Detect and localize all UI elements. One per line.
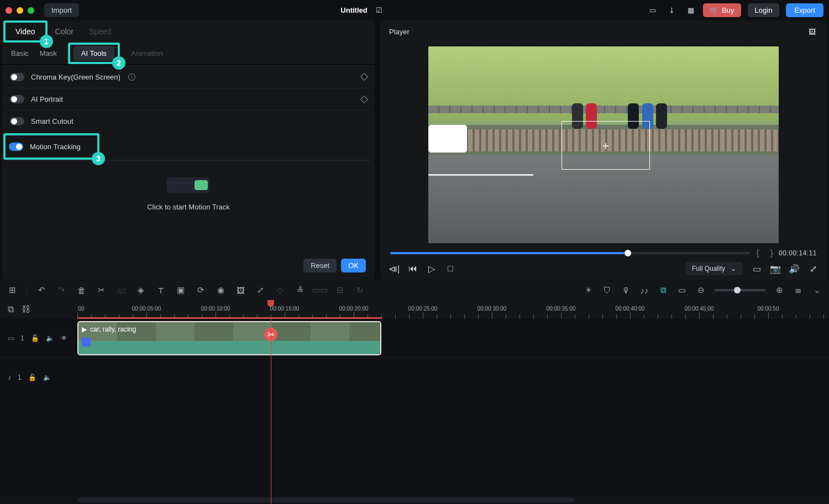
subtab-basic[interactable]: Basic [11,49,29,57]
audio-track: ♪ 1 🔓 🔈 [0,358,829,396]
time-ruler[interactable]: 00:0000:00:05:0000:00:10:0000:00:15:0000… [77,300,829,319]
reset-button[interactable]: Reset [303,259,337,272]
audio-lane[interactable] [77,358,829,396]
tracking-selection-box[interactable]: ＋ [562,121,650,170]
loop-icon[interactable]: ↻ [354,285,365,295]
subtab-ai-tools[interactable]: AI Tools [74,46,114,61]
track-options-icon[interactable]: ⌄ [811,285,822,295]
delete-icon[interactable]: 🗑 [76,286,87,295]
player-title: Player [389,28,410,36]
maximize-window-icon[interactable] [28,7,34,14]
keyframe-icon[interactable] [360,73,368,81]
marker-icon[interactable]: ⛉ [601,286,612,295]
mic-icon[interactable]: 🎙 [620,286,631,295]
gallery-icon[interactable]: 🖼 [806,25,818,38]
step-back-icon[interactable]: ⏮ [408,264,418,274]
buy-button[interactable]: 🛒 Buy [703,3,741,17]
snapshot-icon[interactable]: 📷 [770,264,780,274]
horizontal-scrollbar[interactable] [0,496,829,504]
topbar: Import Untitled ☑︎ ▭ ⤓ ▦ 🛒 Buy Login Exp… [0,0,829,20]
group-icon[interactable]: ▭▭ [314,285,326,295]
prev-frame-icon[interactable]: ⧏| [389,264,399,274]
fullscreen-icon[interactable]: ⤢ [808,264,818,274]
import-button[interactable]: Import [44,3,79,17]
cut-badge-icon[interactable]: ✂ [264,328,277,341]
video-track-index: 1 [20,334,24,342]
subtab-animation[interactable]: Animation [131,49,163,57]
toggle-smart-cutout[interactable] [10,117,24,125]
ok-button[interactable]: OK [341,259,366,272]
display-icon[interactable]: ▭ [647,4,659,17]
export-button[interactable]: Export [786,3,823,17]
image-icon[interactable]: 🖼 [235,286,246,295]
zoom-out-icon[interactable]: ⊖ [695,285,706,295]
track-view-icon[interactable]: ≣ [793,285,804,295]
tag-icon[interactable]: ◈ [135,285,146,295]
tab-color[interactable]: Color [48,24,81,39]
tab-speed[interactable]: Speed [81,24,119,39]
auto-beat-icon[interactable]: ☀ [583,285,594,295]
play-icon[interactable]: ▷ [427,264,437,274]
keyframe-tool-icon[interactable]: ◇ [275,285,286,295]
apps-grid-icon[interactable]: ▦ [684,4,696,17]
info-icon[interactable]: i [128,74,135,81]
player-progress[interactable] [390,252,751,254]
detach-display-icon[interactable]: ▭ [752,264,762,274]
zoom-handle[interactable] [734,287,741,293]
redo-icon[interactable]: ↷ [56,285,67,295]
player-panel: Player 🖼 ＋ { [380,20,827,280]
split-icon[interactable]: ✂ [96,285,107,295]
ruler-row: ⧉ ⛓ 00:0000:00:05:0000:00:10:0000:00:15:… [0,300,829,319]
toggle-motion-tracking[interactable] [9,143,23,151]
visibility-icon[interactable]: 👁 [61,334,67,342]
mixer-icon[interactable]: ♪♪ [639,286,650,295]
expand-icon[interactable]: ⤢ [255,285,266,295]
copy-icon[interactable]: ⧉ [8,305,14,314]
row-chroma-key: Chroma Key(Green Screen) i [7,66,370,88]
tab-video[interactable]: Video [8,24,43,39]
timeline: ▭ 1 🔓 🔈 👁 ▶ car, rally, racing [0,319,829,504]
cloud-download-icon[interactable]: ⤓ [665,4,678,17]
progress-handle[interactable] [625,250,631,256]
text-icon[interactable]: T [155,286,166,295]
crop-icon[interactable]: ▣ [175,285,186,295]
video-lane[interactable]: ▶ car, rally, racing ✂ [77,319,829,358]
project-title-area: Untitled ☑︎ [340,4,385,17]
subtab-mask[interactable]: Mask [40,49,57,57]
mute-icon[interactable]: 🔈 [46,334,54,342]
minimize-window-icon[interactable] [17,7,23,14]
layout-icon[interactable]: ⊞ [7,285,18,295]
video-preview[interactable]: ＋ [428,46,779,243]
login-button[interactable]: Login [748,3,780,17]
audio-detach-icon[interactable]: ♫⃠ [116,286,127,295]
zoom-slider[interactable] [714,289,766,291]
volume-icon[interactable]: 🔊 [789,264,799,274]
stop-icon[interactable]: □ [445,264,455,274]
mute-icon[interactable]: 🔈 [43,374,51,381]
speed-icon[interactable]: ⟳ [195,285,206,295]
crosshair-icon: ＋ [600,138,611,153]
lock-icon[interactable]: 🔓 [28,374,36,381]
ungroup-icon[interactable]: ⊟ [334,285,345,295]
quality-selector[interactable]: Full Quality ⌄ [685,262,743,275]
undo-icon[interactable]: ↶ [36,285,47,295]
motion-track-hint: Click to start Motion Track [147,203,230,211]
adjust-icon[interactable]: ≚ [295,285,306,295]
render-icon[interactable]: ▭ [676,285,688,295]
video-clip[interactable]: ▶ car, rally, racing [77,321,381,355]
window-controls[interactable] [6,7,34,14]
start-motion-track-button[interactable] [167,177,210,193]
toggle-chroma-key[interactable] [10,73,24,81]
toggle-ai-portrait[interactable] [10,95,24,103]
keyframe-icon[interactable] [360,95,368,103]
close-window-icon[interactable] [6,7,12,14]
lock-icon[interactable]: 🔓 [31,334,39,342]
clip-play-icon: ▶ [82,326,87,333]
color-icon[interactable]: ◉ [215,285,226,295]
zoom-in-icon[interactable]: ⊕ [774,285,785,295]
clip-audio-wave [78,341,380,354]
link-icon[interactable]: ⛓ [22,305,30,314]
ai-cut-icon[interactable]: ⧉ [658,285,669,295]
label-motion-tracking: Motion Tracking [30,143,81,151]
step-badge-3: 3 [92,152,105,165]
